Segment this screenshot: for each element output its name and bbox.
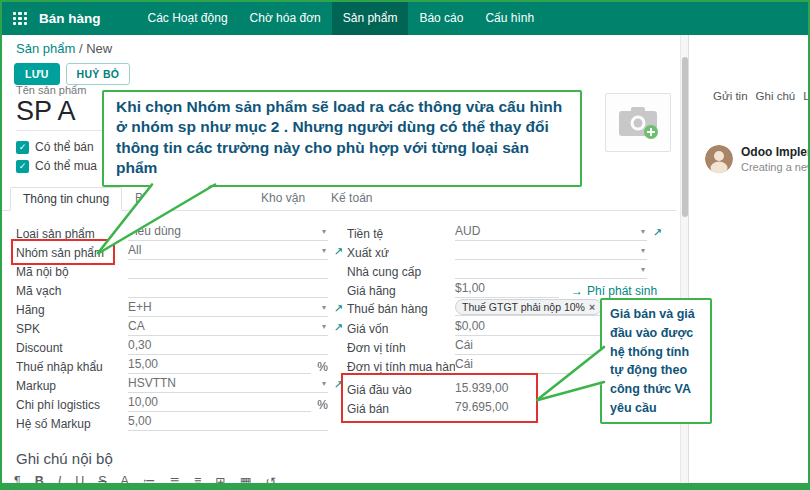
apps-menu-icon[interactable]: [13, 12, 27, 26]
tag-remove-icon[interactable]: ×: [589, 301, 595, 313]
product-category-input[interactable]: All▾↗: [128, 243, 328, 260]
breadcrumb-current: New: [86, 41, 112, 56]
field-label: Discount: [16, 341, 128, 355]
can-buy-label: Có thể mua: [35, 159, 97, 173]
internal-link-icon[interactable]: ↗: [334, 320, 343, 335]
chevron-down-icon[interactable]: ▾: [322, 319, 326, 334]
chevron-down-icon[interactable]: ▾: [641, 243, 645, 258]
tab-variants[interactable]: Biến thể: [122, 186, 248, 210]
editor-media-icon[interactable]: ▦: [240, 474, 252, 489]
tab-general-info[interactable]: Thông tin chung: [10, 187, 122, 211]
field-label: SPK: [16, 322, 128, 336]
breadcrumb: Sản phẩm / New: [16, 41, 112, 56]
markup-factor-input[interactable]: 5,00: [128, 414, 328, 431]
editor-underline-icon[interactable]: U: [75, 474, 84, 489]
menu-products[interactable]: Sản phẩm: [332, 2, 409, 35]
vendor-input[interactable]: ▾: [455, 262, 647, 279]
field-markup-factor: Hệ số Markup 5,00: [16, 413, 328, 431]
can-sell-checkbox[interactable]: ✓: [16, 141, 29, 154]
field-label: Mã nội bộ: [16, 265, 128, 279]
menu-invoices[interactable]: Chờ hóa đơn: [239, 2, 332, 35]
menu-activities[interactable]: Các Hoạt động: [137, 2, 239, 35]
discard-button[interactable]: HUỶ BỎ: [66, 63, 131, 85]
tab-accounting[interactable]: Kế toán: [318, 186, 385, 210]
breadcrumb-parent[interactable]: Sản phẩm: [16, 41, 75, 56]
notebook-tabs: Thông tin chung Biến thể Kho vận Kế toán: [2, 187, 676, 211]
percent-suffix: %: [317, 398, 328, 412]
internal-link-icon[interactable]: ↗: [334, 301, 343, 316]
editor-strikethrough-icon[interactable]: S: [98, 474, 106, 489]
field-vendor-price: Giá hãng $1,00 →Phí phát sinh: [347, 280, 647, 298]
schedule-activity-button[interactable]: L: [803, 90, 808, 102]
camera-icon: [617, 104, 659, 142]
editor-textcolor-icon[interactable]: A: [121, 474, 129, 489]
product-image-upload[interactable]: [605, 93, 671, 152]
person-icon: [705, 145, 733, 173]
field-label: Đơn vị tính: [347, 341, 455, 355]
logistics-cost-input[interactable]: 10,00: [128, 395, 311, 412]
product-type-input[interactable]: Tiêu dùng▾: [128, 224, 328, 241]
form-button-row: LƯU HUỶ BỎ: [14, 63, 130, 85]
discount-input[interactable]: 0,30: [128, 338, 328, 355]
editor-table-icon[interactable]: ⊞: [215, 474, 225, 489]
internal-link-icon[interactable]: ↗: [334, 377, 343, 392]
editor-toolbar: ¶ B I U S A ≔ ≣ ≡ ⊞ ▦ ↺: [14, 474, 276, 489]
internal-ref-input[interactable]: [128, 262, 328, 279]
currency-input[interactable]: AUD▾↗: [455, 224, 647, 241]
editor-undo-icon[interactable]: ↺: [266, 474, 276, 489]
field-label: Giá hãng: [347, 284, 455, 298]
menu-settings[interactable]: Cấu hình: [474, 2, 545, 35]
editor-align-icon[interactable]: ≡: [194, 474, 201, 489]
field-label: Giá vốn: [347, 322, 455, 336]
import-tax-input[interactable]: 15,00: [128, 357, 311, 374]
internal-link-icon[interactable]: ↗: [653, 225, 662, 240]
product-name-input[interactable]: SP A: [16, 96, 76, 127]
vendor-price-input[interactable]: $1,00: [455, 281, 559, 298]
field-label: Loại sản phẩm: [16, 227, 128, 241]
field-label: Hệ số Markup: [16, 417, 128, 431]
chatter-message: Odoo Implemen Creating a new: [705, 145, 808, 173]
message-subtitle: Creating a new: [741, 161, 808, 173]
top-navbar: Bán hàng Các Hoạt động Chờ hóa đơn Sản p…: [2, 2, 808, 35]
chevron-down-icon[interactable]: ▾: [322, 376, 326, 391]
avatar: [705, 145, 733, 173]
app-name[interactable]: Bán hàng: [39, 11, 101, 26]
editor-italic-icon[interactable]: I: [58, 474, 61, 489]
field-spk: SPK CA▾↗: [16, 318, 328, 336]
editor-paragraph-icon[interactable]: ¶: [14, 474, 21, 489]
brand-input[interactable]: E+H▾↗: [128, 300, 328, 317]
chevron-down-icon[interactable]: ▾: [322, 243, 326, 258]
chevron-down-icon[interactable]: ▾: [641, 262, 645, 277]
chevron-down-icon[interactable]: ▾: [322, 300, 326, 315]
field-label: Thuế nhập khẩu: [16, 360, 128, 374]
barcode-input[interactable]: [128, 281, 328, 298]
save-button[interactable]: LƯU: [14, 63, 60, 85]
internal-link-icon[interactable]: ↗: [334, 244, 343, 259]
field-internal-ref: Mã nội bộ: [16, 261, 328, 279]
tab-inventory[interactable]: Kho vận: [248, 186, 318, 210]
spk-input[interactable]: CA▾↗: [128, 319, 328, 336]
origin-input[interactable]: ▾: [455, 243, 647, 260]
menu-reports[interactable]: Báo cáo: [408, 2, 474, 35]
field-origin: Xuất xứ ▾: [347, 242, 647, 260]
field-label: Giá bán: [347, 402, 455, 416]
field-product-type: Loại sản phẩm Tiêu dùng▾: [16, 223, 328, 241]
field-import-tax: Thuế nhập khẩu 15,00 %: [16, 356, 328, 374]
chevron-down-icon[interactable]: ▾: [322, 224, 326, 239]
can-buy-row: ✓ Có thể mua: [16, 159, 97, 173]
can-buy-checkbox[interactable]: ✓: [16, 160, 29, 173]
field-vendor: Nhà cung cấp ▾: [347, 261, 647, 279]
field-discount: Discount 0,30: [16, 337, 328, 355]
chevron-down-icon[interactable]: ▾: [641, 224, 645, 239]
editor-list-ol-icon[interactable]: ≣: [169, 474, 179, 489]
field-label: Mã vạch: [16, 284, 128, 298]
field-brand: Hãng E+H▾↗: [16, 299, 328, 317]
editor-list-ul-icon[interactable]: ≔: [143, 474, 156, 489]
editor-bold-icon[interactable]: B: [35, 474, 44, 489]
extra-fees-action[interactable]: →Phí phát sinh: [571, 284, 657, 298]
send-message-button[interactable]: Gửi tin: [713, 90, 748, 102]
log-note-button[interactable]: Ghi chú: [756, 90, 796, 102]
annotation-callout-category: Khi chọn Nhóm sản phẩm sẽ load ra các th…: [102, 90, 582, 187]
tax-tag[interactable]: Thuế GTGT phải nộp 10%×: [455, 299, 602, 315]
markup-input[interactable]: HSVTTN▾↗: [128, 376, 328, 393]
